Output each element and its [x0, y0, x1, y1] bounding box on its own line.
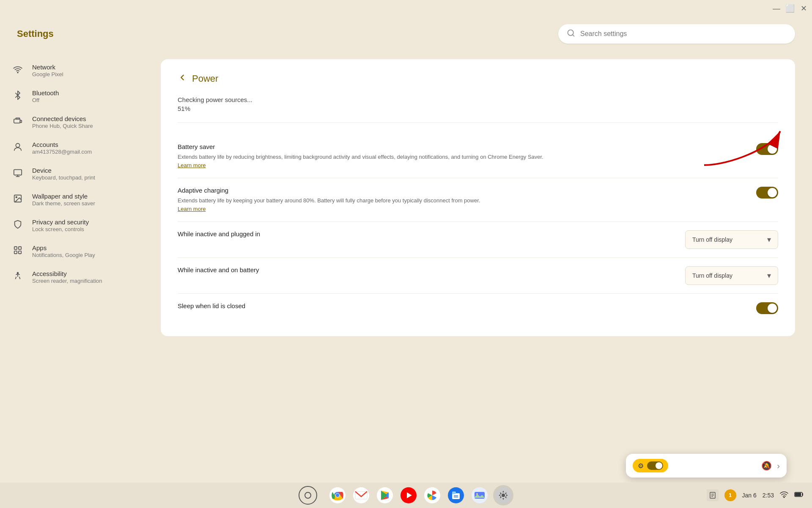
apps-text: Apps Notifications, Google Play	[32, 244, 95, 258]
apps-label: Apps	[32, 244, 95, 251]
battery-saver-title: Battery saver	[178, 143, 558, 150]
sidebar-item-connected-devices[interactable]: Connected devices Phone Hub, Quick Share	[0, 109, 145, 135]
device-text: Device Keyboard, touchpad, print	[32, 167, 95, 181]
svg-line-19	[19, 277, 20, 279]
notif-toggle-wrap[interactable]: ⚙	[633, 459, 668, 472]
adaptive-charging-toggle-knob	[768, 188, 777, 197]
header: Settings	[0, 17, 812, 51]
svg-line-18	[16, 277, 16, 279]
bluetooth-sublabel: Off	[32, 97, 59, 103]
account-icon	[12, 142, 24, 154]
tray-docs-icon[interactable]	[707, 489, 719, 501]
connected-devices-text: Connected devices Phone Hub, Quick Share	[32, 115, 93, 129]
inactive-plugged-dropdown[interactable]: Turn off display ▾	[685, 230, 778, 249]
adaptive-charging-desc: Extends battery life by keeping your bat…	[178, 196, 558, 213]
sleep-lid-row: Sleep when lid is closed	[178, 294, 778, 323]
notif-toggle	[647, 461, 663, 470]
power-source-label: Checking power sources...	[178, 96, 778, 103]
power-source-percent: 51%	[178, 105, 778, 112]
accounts-label: Accounts	[32, 141, 92, 148]
inactive-plugged-text: While inactive and plugged in	[178, 230, 558, 240]
home-icon	[304, 492, 311, 499]
battery-saver-control	[756, 143, 778, 155]
tray-time[interactable]: 2:53	[763, 492, 774, 499]
device-icon	[12, 168, 24, 179]
inactive-plugged-row: While inactive and plugged in Turn off d…	[178, 222, 778, 258]
privacy-label: Privacy and security	[32, 218, 89, 226]
search-input[interactable]	[580, 30, 787, 38]
sleep-lid-toggle[interactable]	[756, 302, 778, 314]
svg-rect-4	[16, 118, 19, 119]
inactive-battery-value: Turn off display	[692, 272, 732, 279]
taskbar-settings[interactable]	[493, 485, 513, 505]
notification-popup: ⚙ 🔕 ›	[626, 454, 787, 478]
sidebar: Network Google Pixel Bluetooth Off	[0, 51, 152, 483]
apps-icon	[12, 246, 24, 257]
svg-rect-5	[20, 120, 22, 123]
svg-line-1	[573, 34, 574, 36]
taskbar-files[interactable]	[446, 485, 466, 505]
maximize-button[interactable]: ⬜	[787, 5, 793, 12]
notif-chevron-icon[interactable]: ›	[777, 461, 780, 471]
battery-saver-learn-more[interactable]: Learn more	[178, 162, 206, 168]
bluetooth-label: Bluetooth	[32, 89, 59, 97]
svg-point-49	[784, 497, 785, 498]
taskbar-play[interactable]	[375, 485, 395, 505]
svg-point-44	[502, 494, 505, 497]
sleep-lid-toggle-knob	[768, 304, 777, 313]
device-label: Device	[32, 167, 95, 174]
adaptive-charging-toggle[interactable]	[756, 187, 778, 199]
inactive-battery-control: Turn off display ▾	[685, 266, 778, 285]
sidebar-item-apps[interactable]: Apps Notifications, Google Play	[0, 238, 145, 264]
svg-rect-7	[14, 170, 22, 175]
sidebar-item-wallpaper[interactable]: Wallpaper and style Dark theme, screen s…	[0, 187, 145, 213]
notification-count: 1	[729, 492, 732, 498]
inactive-plugged-control: Turn off display ▾	[685, 230, 778, 249]
inactive-battery-arrow-icon: ▾	[767, 271, 771, 280]
adaptive-charging-row: Adaptive charging Extends battery life b…	[178, 178, 778, 222]
taskbar-gmail[interactable]	[351, 485, 371, 505]
svg-rect-14	[14, 251, 17, 254]
close-button[interactable]: ✕	[800, 5, 807, 12]
devices-icon	[12, 116, 24, 128]
sidebar-item-privacy[interactable]: Privacy and security Lock screen, contro…	[0, 213, 145, 238]
bell-slash-icon[interactable]: 🔕	[761, 461, 772, 471]
wifi-icon	[12, 65, 24, 76]
device-sublabel: Keyboard, touchpad, print	[32, 174, 95, 181]
tray-date[interactable]: Jan 6	[742, 492, 757, 499]
taskbar-photos[interactable]	[422, 485, 442, 505]
svg-rect-13	[19, 247, 21, 249]
sleep-lid-control	[756, 302, 778, 314]
taskbar-chrome[interactable]	[327, 485, 348, 505]
svg-rect-12	[14, 247, 17, 249]
taskbar-youtube[interactable]	[398, 485, 419, 505]
adaptive-charging-learn-more[interactable]: Learn more	[178, 206, 206, 212]
minimize-button[interactable]: —	[773, 5, 780, 12]
sidebar-item-accessibility[interactable]: Accessibility Screen reader, magnificati…	[0, 264, 145, 290]
home-button[interactable]	[299, 486, 317, 505]
taskbar: 1 Jan 6 2:53	[0, 483, 812, 508]
sidebar-item-device[interactable]: Device Keyboard, touchpad, print	[0, 161, 145, 187]
battery-saver-row: Battery saver Extends battery life by re…	[178, 135, 778, 178]
inactive-battery-dropdown[interactable]: Turn off display ▾	[685, 266, 778, 285]
wallpaper-text: Wallpaper and style Dark theme, screen s…	[32, 193, 95, 207]
back-arrow-icon	[178, 73, 187, 84]
battery-saver-toggle-knob	[768, 144, 777, 154]
svg-rect-37	[452, 491, 456, 494]
battery-tray-icon	[794, 491, 804, 499]
battery-saver-toggle[interactable]	[756, 143, 778, 155]
search-bar[interactable]	[558, 24, 795, 44]
svg-point-11	[16, 196, 17, 198]
content-area: Power Checking power sources... 51% Batt…	[152, 51, 812, 483]
back-nav[interactable]: Power	[178, 73, 778, 84]
sidebar-item-network[interactable]: Network Google Pixel	[0, 58, 145, 83]
sidebar-item-bluetooth[interactable]: Bluetooth Off	[0, 83, 145, 109]
tray-notification-badge[interactable]: 1	[724, 489, 736, 501]
app-title: Settings	[17, 28, 54, 39]
accessibility-sublabel: Screen reader, magnification	[32, 278, 102, 284]
sidebar-item-accounts[interactable]: Accounts am4137528@gmail.com	[0, 135, 145, 161]
inactive-battery-row: While inactive and on battery Turn off d…	[178, 258, 778, 294]
bluetooth-icon	[12, 91, 24, 102]
page-title: Power	[192, 73, 218, 84]
taskbar-gallery[interactable]	[469, 485, 490, 505]
